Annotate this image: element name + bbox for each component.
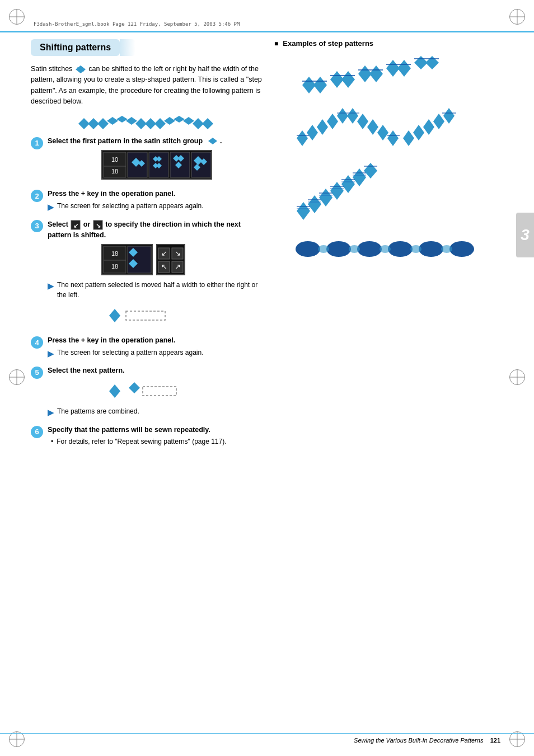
svg-marker-4	[97, 118, 109, 129]
step-2: 2 Press the + key in the operation panel…	[31, 189, 266, 215]
corner-crosshair-tr	[509, 9, 525, 25]
step-4-title: Press the + key in the operation panel.	[48, 336, 266, 346]
svg-marker-10	[154, 118, 166, 129]
svg-marker-92	[433, 114, 444, 129]
step-6: 6 Specify that the patterns will be sewn…	[31, 425, 266, 449]
svg-marker-5	[107, 117, 118, 125]
header-bar	[0, 31, 534, 32]
header-meta: F3dash-BrotherE_sgml.book Page 121 Frida…	[34, 21, 240, 27]
svg-text:↗: ↗	[175, 262, 181, 271]
svg-text:18: 18	[111, 250, 118, 257]
step-3: 3 Select ↙ or ↘ to specify the direction…	[31, 219, 266, 331]
svg-marker-80	[307, 125, 318, 140]
step-5-sub-1: ▶ The patterns are combined.	[48, 407, 266, 418]
svg-marker-85	[357, 114, 368, 129]
step-6-title: Specify that the patterns will be sewn r…	[48, 425, 266, 435]
svg-text:18: 18	[111, 263, 118, 270]
svg-point-121	[388, 241, 413, 257]
svg-text:↘: ↘	[175, 249, 181, 257]
corner-crosshair-mr	[509, 369, 525, 385]
example-pattern-4	[274, 233, 498, 264]
footer-label: Sewing the Various Built-In Decorative P…	[354, 737, 483, 744]
step-4-number: 4	[31, 336, 43, 349]
svg-point-125	[349, 245, 360, 253]
step-3-content: Select ↙ or ↘ to specify the direction i…	[48, 219, 266, 331]
svg-marker-67	[341, 71, 355, 88]
step-4-sub-1: ▶ The screen for selecting a pattern app…	[48, 348, 266, 359]
chapter-tab: 3	[516, 213, 534, 257]
step-5-title: Select the next pattern.	[48, 366, 266, 376]
svg-point-127	[410, 245, 421, 253]
svg-marker-90	[413, 125, 424, 140]
svg-point-122	[419, 241, 443, 257]
svg-marker-88	[387, 130, 399, 146]
svg-text:10: 10	[111, 156, 118, 163]
svg-marker-101	[330, 182, 344, 200]
svg-marker-69	[369, 65, 383, 82]
svg-point-123	[449, 241, 474, 257]
arrow-icon-3: ▶	[48, 280, 54, 292]
step-5: 5 Select the next pattern. ▶ The pattern…	[31, 366, 266, 421]
step-2-content: Press the + key in the operation panel. …	[48, 189, 266, 215]
svg-marker-12	[174, 116, 185, 123]
svg-text:↙: ↙	[161, 249, 167, 257]
step-5-sub-text: The patterns are combined.	[57, 407, 139, 416]
step-2-number: 2	[31, 190, 43, 202]
step-5-content: Select the next pattern. ▶ The patterns …	[48, 366, 266, 421]
step-3-number: 3	[31, 220, 43, 232]
arrow-icon-5: ▶	[48, 407, 54, 418]
svg-point-118	[296, 241, 320, 257]
svg-marker-71	[397, 60, 411, 77]
step-4: 4 Press the + key in the operation panel…	[31, 336, 266, 361]
svg-marker-93	[443, 108, 455, 124]
svg-point-128	[441, 245, 452, 253]
svg-marker-13	[183, 117, 194, 125]
svg-marker-79	[297, 130, 308, 146]
footer-text: Sewing the Various Built-In Decorative P…	[354, 737, 500, 744]
svg-marker-7	[126, 117, 137, 125]
step-5-pattern	[48, 380, 266, 402]
corner-crosshair-ml	[9, 369, 25, 385]
step-1-content: Select the first pattern in the satin st…	[48, 137, 266, 185]
intro-paragraph: Satin stitches can be shifted to the lef…	[31, 64, 266, 107]
corner-crosshair-bl	[9, 731, 25, 747]
example-pattern-3	[274, 161, 498, 222]
step-2-sub-1: ▶ The screen for selecting a pattern app…	[48, 201, 266, 213]
step-4-sub-text: The screen for selecting a pattern appea…	[57, 348, 204, 358]
step-1-title: Select the first pattern in the satin st…	[48, 137, 266, 147]
step-1-number: 1	[31, 137, 43, 149]
svg-point-126	[380, 245, 391, 253]
chapter-number: 3	[521, 226, 530, 244]
example-pattern-2	[274, 105, 498, 149]
intro-pattern-image	[31, 115, 266, 132]
step-6-number: 6	[31, 426, 43, 438]
step-4-content: Press the + key in the operation panel. …	[48, 336, 266, 361]
svg-marker-59	[109, 309, 120, 322]
svg-text:↖: ↖	[161, 262, 167, 271]
svg-marker-73	[425, 56, 439, 69]
step-5-number: 5	[31, 367, 43, 379]
step-6-bullet-text: For details, refer to "Repeat sewing pat…	[57, 437, 226, 447]
step-2-title: Press the + key in the operation panel.	[48, 189, 266, 199]
svg-marker-11	[164, 117, 175, 125]
svg-marker-81	[317, 119, 328, 135]
svg-marker-91	[423, 119, 434, 135]
step-1-screen: 10 18	[48, 149, 266, 180]
svg-marker-6	[116, 116, 128, 123]
svg-point-124	[318, 245, 329, 253]
corner-crosshair-tl	[9, 9, 25, 25]
svg-marker-102	[341, 175, 355, 193]
step-3-sub-1: ▶ The next pattern selected is moved hal…	[48, 280, 266, 300]
step-3-dotted-pattern	[48, 304, 266, 327]
content-right: Examples of step patterns	[274, 39, 498, 728]
arrow-icon-2: ▶	[48, 201, 54, 213]
footer-page: 121	[490, 737, 500, 744]
svg-marker-84	[347, 108, 358, 124]
footer-bar	[0, 733, 534, 734]
svg-marker-104	[364, 163, 377, 179]
svg-marker-103	[353, 168, 366, 186]
svg-marker-82	[327, 114, 338, 129]
step-2-sub-text: The screen for selecting a pattern appea…	[57, 201, 204, 211]
examples-title: Examples of step patterns	[274, 39, 498, 48]
svg-point-120	[357, 241, 382, 257]
